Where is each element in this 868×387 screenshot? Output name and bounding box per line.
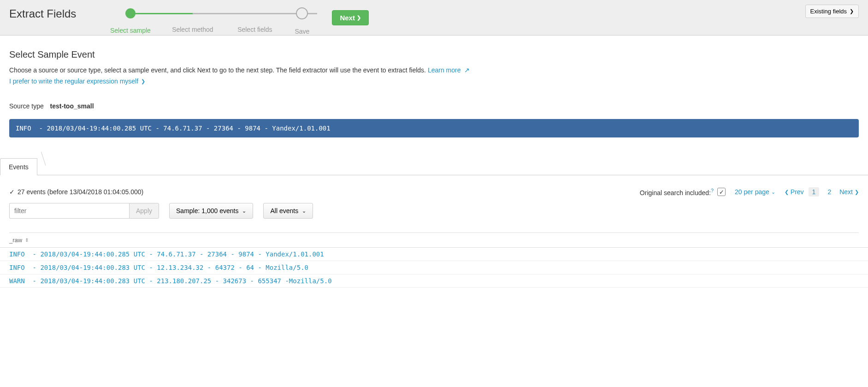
- events-top-bar: 27 events (before 13/04/2018 01:04:05.00…: [9, 187, 859, 196]
- tabs: Events: [0, 151, 868, 175]
- chevron-down-icon: ⌄: [302, 208, 306, 214]
- section-title: Select Sample Event: [9, 49, 859, 60]
- table-row[interactable]: INFO - 2018/03/04-19:44:00.285 UTC - 74.…: [0, 248, 868, 261]
- sort-icon: ⇕: [25, 238, 29, 243]
- chevron-right-icon: ❯: [357, 15, 361, 21]
- page-title: Extract Fields: [9, 5, 76, 30]
- existing-fields-label: Existing fields: [810, 8, 847, 15]
- learn-more-link[interactable]: Learn more ↗: [428, 66, 470, 74]
- intro-text: Choose a source or source type, select a…: [9, 66, 859, 74]
- pager-page-1[interactable]: 1: [809, 187, 820, 196]
- filter-row: Apply Sample: 1,000 events ⌄ All events …: [9, 203, 859, 219]
- original-search-group: Original search included:? ✓: [640, 188, 726, 196]
- next-button-label: Next: [340, 14, 355, 22]
- column-header-raw[interactable]: _raw ⇕: [0, 233, 868, 248]
- original-search-checkbox[interactable]: ✓: [717, 188, 726, 196]
- sample-dropdown[interactable]: Sample: 1,000 events ⌄: [169, 203, 253, 219]
- header-bar: Extract Fields Select sample Select meth…: [0, 0, 868, 36]
- chevron-left-icon: ❮: [785, 189, 789, 195]
- events-table: _raw ⇕ INFO - 2018/03/04-19:44:00.285 UT…: [9, 232, 859, 288]
- chevron-right-icon: ❯: [141, 78, 145, 84]
- existing-fields-button[interactable]: Existing fields ❯: [805, 5, 859, 18]
- all-events-dropdown[interactable]: All events ⌄: [263, 203, 313, 219]
- help-icon[interactable]: ?: [711, 188, 714, 193]
- filter-input[interactable]: [9, 203, 129, 219]
- chevron-right-icon: ❯: [855, 189, 859, 195]
- apply-button[interactable]: Apply: [129, 203, 159, 219]
- pager-next[interactable]: Next ❯: [839, 188, 859, 196]
- table-row[interactable]: INFO - 2018/03/04-19:44:00.283 UTC - 12.…: [0, 261, 868, 274]
- next-button[interactable]: Next ❯: [332, 10, 369, 25]
- source-type-label: Source type: [9, 102, 44, 110]
- per-page-dropdown[interactable]: 20 per page ⌄: [735, 188, 775, 196]
- events-count: 27 events (before 13/04/2018 01:04:05.00…: [9, 188, 143, 196]
- wizard-label: Select method: [172, 26, 213, 33]
- pager-page-2[interactable]: 2: [824, 187, 835, 196]
- wizard-label: Save: [295, 28, 309, 35]
- table-row[interactable]: WARN - 2018/03/04-19:44:00.283 UTC - 213…: [0, 274, 868, 288]
- original-search-label: Original search included:?: [640, 188, 714, 196]
- pager: ❮ Prev 1 2 Next ❯: [785, 187, 859, 196]
- events-right-controls: Original search included:? ✓ 20 per page…: [640, 187, 859, 196]
- wizard-step-select-sample[interactable]: Select sample: [99, 9, 161, 34]
- events-panel: 27 events (before 13/04/2018 01:04:05.00…: [0, 175, 868, 288]
- wizard-label: Select fields: [237, 26, 272, 33]
- wizard: Select sample Select method Select field…: [99, 5, 859, 35]
- wizard-label: Select sample: [110, 27, 151, 34]
- chevron-right-icon: ❯: [850, 8, 854, 14]
- checkmark-icon: [9, 188, 15, 196]
- source-type-row: Source type test-too_small: [9, 102, 859, 110]
- source-type-value: test-too_small: [50, 102, 94, 110]
- main-content: Select Sample Event Choose a source or s…: [0, 36, 868, 175]
- chevron-down-icon: ⌄: [242, 208, 246, 214]
- wizard-steps: Select sample Select method Select field…: [99, 9, 318, 35]
- tab-decoration: [37, 152, 46, 169]
- filter-group: Apply: [9, 203, 159, 219]
- selected-sample-event[interactable]: INFO - 2018/03/04-19:44:00.285 UTC - 74.…: [9, 119, 859, 137]
- tab-events[interactable]: Events: [0, 158, 37, 175]
- pager-prev: ❮ Prev: [785, 188, 804, 196]
- write-regex-link[interactable]: I prefer to write the regular expression…: [9, 77, 859, 85]
- external-link-icon: ↗: [462, 66, 470, 74]
- chevron-down-icon: ⌄: [771, 189, 775, 195]
